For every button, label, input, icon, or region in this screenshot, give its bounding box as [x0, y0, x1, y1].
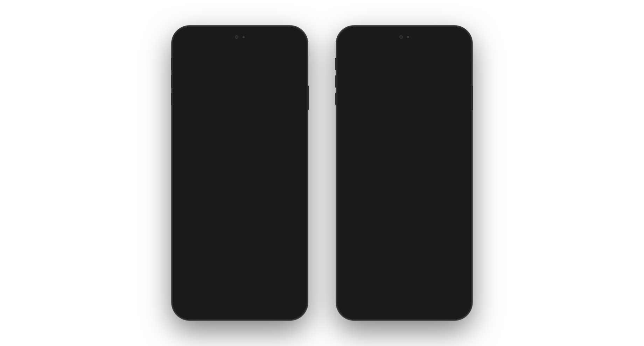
display-prefs-title-1: Display Preferences — [183, 70, 297, 81]
battery-icon-1: 86 — [278, 41, 294, 46]
back-chevron-1: ‹ — [181, 53, 183, 60]
back-chevron-2: ‹ — [346, 53, 348, 60]
sheet-item-7[interactable]: Male 10 Handicap — [176, 239, 304, 257]
phone-screen-2: 10:19 ⌘ 84 — [340, 30, 468, 316]
sheet-item-p2-9[interactable]: TOUR - Average — [340, 278, 468, 296]
sheet-item-p2-3[interactable]: Female D1 College — [340, 171, 468, 189]
sheet-item-1[interactable]: TOUR - Average✓ — [176, 132, 304, 150]
tab-label-2[interactable]: Display Preferences — [347, 68, 394, 78]
sheet-item-p2-4[interactable]: Female Plus Handicap — [340, 189, 468, 207]
checkmark-1: ✓ — [293, 138, 298, 144]
sheet-handle-2 — [398, 114, 411, 115]
home-indicator-1 — [219, 308, 261, 310]
phone-screen-1: 10:09 ⌘ 86 — [176, 30, 304, 316]
status-time-1: 10:09 — [186, 39, 199, 46]
nav-icons-1: ⚲ 👤 🔔 ⊕ — [254, 52, 298, 60]
sheet-list-2[interactable]: LPGA TOUR - Top 25 PlayersLPGA TOUR - Av… — [340, 118, 468, 309]
sheet-item-p2-7[interactable]: Female 10 Handicap — [340, 243, 468, 260]
add-icon-2[interactable]: ⊕ — [457, 52, 463, 60]
sheet-item-p2-5[interactable]: Female Scratch Handicap — [340, 207, 468, 225]
sheet-handle-area-2: ✕ — [340, 110, 468, 118]
sheet-item-p2-6[interactable]: Female 5 Handicap — [340, 225, 468, 243]
battery-label-2: 84 — [454, 41, 458, 45]
nav-back-button-2[interactable]: ‹ Back — [346, 53, 362, 60]
profile-icon-2[interactable]: 👤 — [429, 52, 437, 60]
battery-icon-2: 84 — [443, 41, 458, 46]
status-bar-2: 10:19 ⌘ 84 — [340, 30, 468, 49]
sheet-handle-1 — [233, 110, 246, 111]
sheet-item-p2-2[interactable]: Female D1 College - Top 25 Players — [340, 153, 468, 171]
sheet-item-0[interactable]: TOUR - Top 25 Players — [176, 114, 304, 132]
battery-label-1: 86 — [290, 41, 294, 45]
back-label-2: Back — [349, 53, 362, 59]
nav-bar-1: ‹ Back ⚲ 👤 🔔 ⊕ — [176, 49, 304, 64]
home-indicator-2 — [383, 308, 425, 310]
signal-icon-2 — [428, 41, 434, 45]
status-time-2: 10:19 — [350, 39, 364, 46]
status-icons-2: ⌘ 84 — [428, 41, 458, 46]
bottom-sheet-1: ✕ TOUR - Top 25 PlayersTOUR - Average✓Ma… — [176, 107, 304, 316]
wifi-icon-2: ⌘ — [436, 41, 441, 46]
status-bar-1: 10:09 ⌘ 86 — [176, 30, 304, 49]
nav-bar-2: ‹ Back ⚲ 👤 🔔 ⊕ — [340, 49, 468, 64]
profile-icon-1[interactable]: 👤 — [265, 52, 273, 60]
sheet-item-p2-0[interactable]: LPGA TOUR - Top 25 Players — [340, 118, 468, 136]
sheet-item-4[interactable]: Male Plus Handicap — [176, 186, 304, 203]
sheet-item-3[interactable]: Male D1 College — [176, 168, 304, 186]
sheet-item-p2-8[interactable]: TOUR - Top 25 Players — [340, 260, 468, 278]
bell-icon-1[interactable]: 🔔 — [279, 52, 287, 60]
sheet-item-5[interactable]: Male Scratch Handicap — [176, 203, 304, 221]
signal-icon-1 — [264, 41, 270, 45]
nav-back-button-1[interactable]: ‹ Back — [181, 53, 197, 60]
checkmark-p2-1: ✓ — [457, 141, 462, 148]
bottom-sheet-2: ✕ LPGA TOUR - Top 25 PlayersLPGA TOUR - … — [340, 110, 468, 316]
sheet-item-p2-1[interactable]: LPGA TOUR - Average✓ — [340, 136, 468, 153]
player-ability-title-2: Player Ability Comparisons — [347, 99, 461, 108]
sheet-handle-area-1: ✕ — [176, 107, 304, 114]
player-ability-section-1: Player Ability Comparisons — [176, 86, 304, 107]
phone-2: 10:19 ⌘ 84 — [336, 26, 472, 320]
sheet-item-2[interactable]: Male D1 College - Top 25 Players — [176, 150, 304, 168]
back-label-1: Back — [185, 53, 197, 59]
display-prefs-header-2: Display Preferences — [340, 64, 468, 78]
sheet-item-6[interactable]: Male 5 Handicap — [176, 221, 304, 239]
bell-icon-2[interactable]: 🔔 — [443, 52, 451, 60]
search-icon-1[interactable]: ⚲ — [254, 52, 259, 60]
status-icons-1: ⌘ 86 — [264, 41, 294, 46]
add-icon-1[interactable]: ⊕ — [293, 52, 298, 60]
player-ability-title-1: Player Ability Comparisons — [183, 92, 297, 101]
search-icon-2[interactable]: ⚲ — [419, 52, 423, 60]
nav-icons-2: ⚲ 👤 🔔 ⊕ — [419, 52, 463, 60]
wifi-icon-1: ⌘ — [272, 41, 276, 46]
phone-1: 10:09 ⌘ 86 — [172, 26, 308, 320]
display-prefs-header-1: Display Preferences — [176, 64, 304, 86]
sheet-list-1[interactable]: TOUR - Top 25 PlayersTOUR - Average✓Male… — [176, 114, 304, 309]
sheet-item-8[interactable]: Male 15 Handicap — [176, 257, 304, 275]
sheet-item-9[interactable]: LPGA TOUR - Top 25 Players — [176, 275, 304, 293]
